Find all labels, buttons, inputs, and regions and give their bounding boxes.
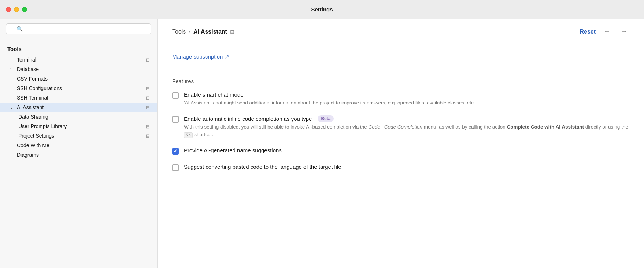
breadcrumb: Tools › AI Assistant ⊟ — [172, 29, 234, 35]
sidebar-item-project-settings[interactable]: Project Settings ⊟ — [0, 131, 157, 141]
smart-chat-label: Enable smart chat mode — [184, 92, 244, 98]
settings-icon: ⊟ — [146, 95, 150, 101]
sidebar-item-ai-assistant[interactable]: ∨ AI Assistant ⊟ — [0, 103, 157, 112]
sidebar-item-label: AI Assistant — [17, 104, 44, 110]
breadcrumb-tools: Tools — [172, 29, 186, 35]
sidebar-item-csv[interactable]: CSV Formats — [0, 74, 157, 83]
chevron-down-icon: ∨ — [10, 105, 15, 109]
settings-icon: ⊟ — [146, 124, 150, 129]
content-area: Tools › AI Assistant ⊟ Reset ← → Manage … — [158, 19, 644, 268]
traffic-lights — [6, 7, 27, 12]
convert-pasted-checkbox[interactable] — [172, 164, 179, 171]
inline-completion-label: Enable automatic inline code completion … — [184, 116, 312, 122]
search-wrapper: 🔍 — [6, 23, 151, 34]
window-title: Settings — [311, 6, 333, 12]
sidebar-item-user-prompts[interactable]: User Prompts Library ⊟ — [0, 122, 157, 131]
sidebar-item-label: CSV Formats — [17, 76, 48, 82]
breadcrumb-separator: › — [189, 29, 190, 35]
sidebar-item-diagrams[interactable]: Diagrams — [0, 150, 157, 160]
sidebar-item-label: SSH Configurations — [17, 85, 62, 91]
main-container: 🔍 Tools Terminal ⊟ › Database — [0, 19, 644, 268]
sidebar-item-label: User Prompts Library — [18, 123, 67, 129]
feature-name-suggestions-content: Provide AI-generated name suggestions — [184, 147, 629, 155]
reset-button[interactable]: Reset — [580, 29, 596, 35]
sidebar-item-code-with-me[interactable]: Code With Me — [0, 141, 157, 150]
sidebar-item-label: SSH Terminal — [17, 95, 48, 101]
titlebar: Settings — [0, 0, 644, 19]
settings-icon: ⊟ — [146, 105, 150, 110]
smart-chat-checkbox[interactable] — [172, 92, 179, 99]
sidebar-item-label: Code With Me — [17, 142, 49, 148]
features-section-title: Features — [172, 78, 629, 84]
breadcrumb-icon: ⊟ — [230, 29, 234, 35]
sidebar-nav: Tools Terminal ⊟ › Database — [0, 39, 157, 164]
back-button[interactable]: ← — [602, 27, 612, 36]
close-button[interactable] — [6, 7, 11, 12]
forward-button[interactable]: → — [618, 27, 629, 36]
manage-subscription-link[interactable]: Manage subscription ↗ — [172, 53, 229, 60]
sidebar-tools-label: Tools — [0, 44, 157, 55]
feature-smart-chat-content: Enable smart chat mode 'AI Assistant' ch… — [184, 92, 629, 107]
settings-icon: ⊟ — [146, 133, 150, 139]
feature-inline-completion-content: Enable automatic inline code completion … — [184, 115, 629, 138]
sidebar-item-data-sharing[interactable]: Data Sharing — [0, 112, 157, 122]
sidebar-item-terminal[interactable]: Terminal ⊟ — [0, 55, 157, 64]
content-header: Tools › AI Assistant ⊟ Reset ← → — [158, 19, 644, 43]
sidebar-item-label: Data Sharing — [18, 114, 48, 120]
feature-convert-pasted: Suggest converting pasted code to the la… — [172, 164, 629, 171]
sidebar-item-label: Project Settings — [18, 133, 54, 139]
breadcrumb-current: AI Assistant — [193, 29, 227, 35]
sidebar-item-ssh-config[interactable]: SSH Configurations ⊟ — [0, 83, 157, 93]
inline-completion-desc: With this setting disabled, you will sti… — [184, 123, 629, 138]
maximize-button[interactable] — [22, 7, 27, 12]
sidebar-item-database[interactable]: › Database — [0, 64, 157, 74]
name-suggestions-checkbox[interactable] — [172, 148, 179, 155]
settings-icon: ⊟ — [146, 86, 150, 91]
beta-badge: Beta — [318, 115, 334, 122]
convert-pasted-label: Suggest converting pasted code to the la… — [184, 164, 341, 170]
content-body: Manage subscription ↗ Features Enable sm… — [158, 43, 644, 190]
settings-icon: ⊟ — [146, 57, 150, 63]
name-suggestions-label: Provide AI-generated name suggestions — [184, 147, 282, 153]
feature-inline-completion: Enable automatic inline code completion … — [172, 115, 629, 138]
smart-chat-desc: 'AI Assistant' chat might send additiona… — [184, 99, 629, 107]
sidebar-item-ssh-terminal[interactable]: SSH Terminal ⊟ — [0, 93, 157, 103]
sidebar-item-label: Database — [17, 66, 39, 72]
inline-completion-checkbox[interactable] — [172, 116, 179, 123]
feature-name-suggestions: Provide AI-generated name suggestions — [172, 147, 629, 155]
sidebar-item-label: Diagrams — [17, 152, 39, 158]
sidebar: 🔍 Tools Terminal ⊟ › Database — [0, 19, 158, 268]
chevron-right-icon: › — [10, 67, 15, 71]
search-container: 🔍 — [0, 19, 157, 39]
minimize-button[interactable] — [14, 7, 19, 12]
section-divider — [172, 72, 629, 72]
header-actions: Reset ← → — [580, 27, 629, 36]
feature-smart-chat: Enable smart chat mode 'AI Assistant' ch… — [172, 92, 629, 107]
sidebar-item-label: Terminal — [17, 57, 36, 63]
feature-convert-pasted-content: Suggest converting pasted code to the la… — [184, 164, 629, 171]
search-input[interactable] — [6, 23, 151, 34]
